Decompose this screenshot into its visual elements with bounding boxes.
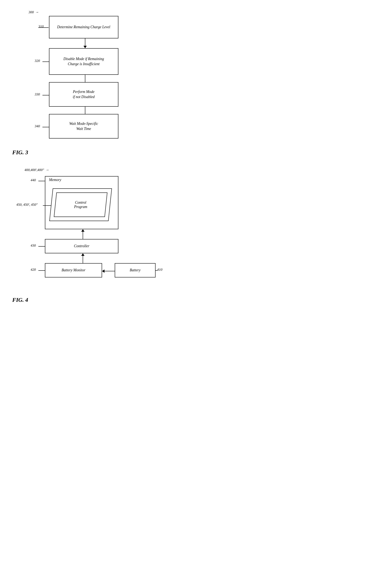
ref-340: 340: [35, 124, 40, 128]
ref-450: 450, 450′, 450″: [16, 203, 38, 207]
ref-400: 400,400′,400″ →: [25, 168, 171, 172]
box-330: Perform Modeif not Disabled: [49, 82, 118, 107]
fig4-section: 400,400′,400″ → Memory 440 ControlProgra…: [12, 168, 171, 303]
arrow-1: [83, 38, 87, 48]
ref-310-line: [38, 27, 49, 28]
control-program-inner: ControlProgram: [54, 192, 108, 217]
ref-330: 330: [35, 92, 40, 96]
ref-320: 320: [35, 59, 40, 63]
control-program-text: ControlProgram: [74, 200, 87, 209]
box-310: Determine Remaining Charge Level: [49, 16, 118, 38]
ref-430-line: [38, 246, 45, 247]
box-410: Battery: [115, 263, 156, 277]
ref-430: 430: [31, 244, 36, 248]
ref-420: 420: [31, 268, 36, 272]
fig3-section: 300 → Determine Remaining Charge Level 3…: [12, 8, 171, 156]
ref-340-line: [42, 127, 49, 127]
ref-440-line: [38, 181, 45, 181]
ref-300: 300 →: [29, 10, 39, 14]
fig4-label: FIG. 4: [12, 297, 171, 303]
ref-330-line: [42, 95, 49, 95]
fig3-label: FIG. 3: [12, 149, 171, 156]
ref-450-line: [43, 205, 51, 206]
box-430: Controller: [45, 239, 118, 253]
ref-320-line: [42, 61, 49, 62]
fig3-diagram: 300 → Determine Remaining Charge Level 3…: [12, 8, 171, 147]
box-320: Disable Mode if RemainingCharge is Insuf…: [49, 48, 118, 75]
memory-label: Memory: [49, 178, 61, 182]
ref-440: 440: [31, 178, 36, 182]
ref-410: 410: [157, 268, 162, 272]
ref-420-line: [38, 270, 45, 271]
box-420: Battery Monitor: [45, 263, 102, 277]
fig4-diagram: Memory 440 ControlProgram 450, 450′, 450…: [12, 176, 171, 295]
box-340: Wait Mode-SpecificWait Time: [49, 114, 118, 138]
ref-310: 310: [38, 25, 44, 29]
ref-410-line: [156, 270, 158, 271]
